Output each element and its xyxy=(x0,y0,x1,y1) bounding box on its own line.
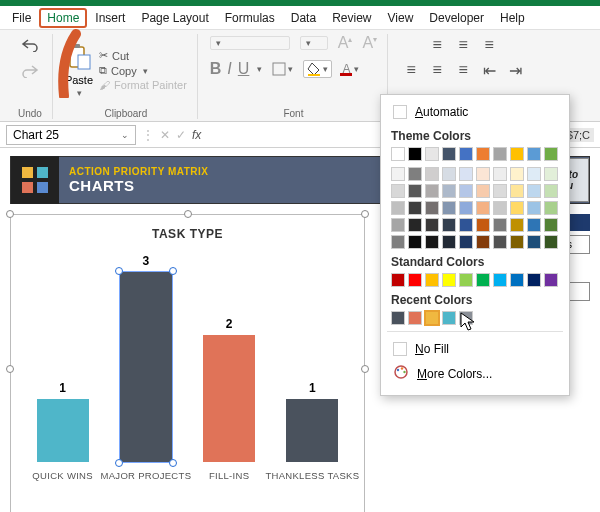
selection-handle[interactable] xyxy=(169,267,177,275)
menu-view[interactable]: View xyxy=(380,8,422,28)
selection-handle[interactable] xyxy=(184,210,192,218)
color-swatch[interactable] xyxy=(510,184,524,198)
align-right-icon[interactable]: ≡ xyxy=(452,59,474,81)
color-swatch[interactable] xyxy=(408,218,422,232)
color-swatch[interactable] xyxy=(527,201,541,215)
align-center-icon[interactable]: ≡ xyxy=(426,59,448,81)
color-swatch[interactable] xyxy=(442,235,456,249)
color-swatch[interactable] xyxy=(544,201,558,215)
color-swatch[interactable] xyxy=(476,201,490,215)
menu-review[interactable]: Review xyxy=(324,8,379,28)
color-swatch[interactable] xyxy=(459,218,473,232)
color-swatch[interactable] xyxy=(476,167,490,181)
color-swatch[interactable] xyxy=(459,273,473,287)
color-swatch[interactable] xyxy=(391,147,405,161)
cut-button[interactable]: ✂Cut xyxy=(99,49,187,62)
undo-icon[interactable] xyxy=(19,34,41,56)
color-swatch[interactable] xyxy=(442,184,456,198)
paste-icon[interactable] xyxy=(65,42,93,72)
indent-decrease-icon[interactable]: ⇤ xyxy=(478,59,500,81)
color-swatch[interactable] xyxy=(408,147,422,161)
font-name-box[interactable]: ▾ xyxy=(210,36,290,50)
indent-increase-icon[interactable]: ⇥ xyxy=(504,59,526,81)
fx-icon[interactable]: fx xyxy=(192,128,201,142)
bar[interactable] xyxy=(286,399,338,462)
paste-label[interactable]: Paste xyxy=(65,74,93,86)
selection-handle[interactable] xyxy=(6,365,14,373)
selection-handle[interactable] xyxy=(6,210,14,218)
color-swatch[interactable] xyxy=(425,273,439,287)
menu-data[interactable]: Data xyxy=(283,8,324,28)
format-painter-button[interactable]: 🖌Format Painter xyxy=(99,79,187,91)
font-size-box[interactable]: ▾ xyxy=(300,36,328,50)
color-swatch[interactable] xyxy=(442,167,456,181)
color-swatch[interactable] xyxy=(408,201,422,215)
bold-button[interactable]: B xyxy=(210,60,222,78)
borders-button[interactable]: ▾ xyxy=(268,60,297,78)
copy-button[interactable]: ⧉Copy▾ xyxy=(99,64,187,77)
more-colors-option[interactable]: More Colors... xyxy=(391,360,559,387)
color-swatch[interactable] xyxy=(459,235,473,249)
color-swatch[interactable] xyxy=(425,218,439,232)
align-left-icon[interactable]: ≡ xyxy=(400,59,422,81)
color-swatch[interactable] xyxy=(391,311,405,325)
color-swatch[interactable] xyxy=(544,218,558,232)
redo-icon[interactable] xyxy=(19,60,41,82)
color-swatch[interactable] xyxy=(425,184,439,198)
color-swatch[interactable] xyxy=(493,167,507,181)
color-swatch[interactable] xyxy=(510,235,524,249)
color-swatch[interactable] xyxy=(442,218,456,232)
bar[interactable] xyxy=(37,399,89,462)
align-top-icon[interactable]: ≡ xyxy=(426,34,448,56)
bar-column[interactable]: 3MAJOR PROJECTS xyxy=(110,254,182,481)
menu-developer[interactable]: Developer xyxy=(421,8,492,28)
align-middle-icon[interactable]: ≡ xyxy=(452,34,474,56)
accept-icon[interactable]: ✓ xyxy=(176,128,186,142)
color-swatch[interactable] xyxy=(442,201,456,215)
color-swatch[interactable] xyxy=(425,201,439,215)
chevron-down-icon[interactable]: ⌄ xyxy=(121,130,129,140)
font-grow-icon[interactable]: A▴ xyxy=(338,34,353,52)
color-swatch[interactable] xyxy=(425,167,439,181)
color-swatch[interactable] xyxy=(391,167,405,181)
color-swatch[interactable] xyxy=(459,184,473,198)
color-swatch[interactable] xyxy=(510,201,524,215)
color-swatch[interactable] xyxy=(459,147,473,161)
chevron-down-icon[interactable]: ▾ xyxy=(77,88,82,98)
color-swatch[interactable] xyxy=(459,201,473,215)
color-swatch[interactable] xyxy=(510,147,524,161)
color-swatch[interactable] xyxy=(442,311,456,325)
color-swatch[interactable] xyxy=(408,311,422,325)
color-swatch[interactable] xyxy=(476,184,490,198)
color-swatch[interactable] xyxy=(408,167,422,181)
color-swatch[interactable] xyxy=(527,235,541,249)
name-box[interactable]: Chart 25 ⌄ xyxy=(6,125,136,145)
color-swatch[interactable] xyxy=(544,147,558,161)
color-swatch[interactable] xyxy=(425,311,439,325)
color-swatch[interactable] xyxy=(391,184,405,198)
italic-button[interactable]: I xyxy=(227,60,231,78)
color-swatch[interactable] xyxy=(493,235,507,249)
menu-file[interactable]: File xyxy=(4,8,39,28)
menu-insert[interactable]: Insert xyxy=(87,8,133,28)
color-swatch[interactable] xyxy=(544,184,558,198)
menu-formulas[interactable]: Formulas xyxy=(217,8,283,28)
color-swatch[interactable] xyxy=(510,218,524,232)
color-swatch[interactable] xyxy=(442,273,456,287)
selection-handle[interactable] xyxy=(115,267,123,275)
color-swatch[interactable] xyxy=(476,273,490,287)
bar[interactable] xyxy=(203,335,255,462)
bar[interactable] xyxy=(120,272,172,462)
color-swatch[interactable] xyxy=(459,311,473,325)
color-swatch[interactable] xyxy=(476,147,490,161)
color-swatch[interactable] xyxy=(493,184,507,198)
selection-handle[interactable] xyxy=(361,210,369,218)
color-swatch[interactable] xyxy=(442,147,456,161)
color-swatch[interactable] xyxy=(408,235,422,249)
align-bottom-icon[interactable]: ≡ xyxy=(478,34,500,56)
color-swatch[interactable] xyxy=(391,201,405,215)
no-fill-option[interactable]: No Fill xyxy=(391,338,559,360)
fill-color-button[interactable]: ▾ xyxy=(303,60,332,78)
color-swatch[interactable] xyxy=(408,184,422,198)
color-swatch[interactable] xyxy=(544,273,558,287)
